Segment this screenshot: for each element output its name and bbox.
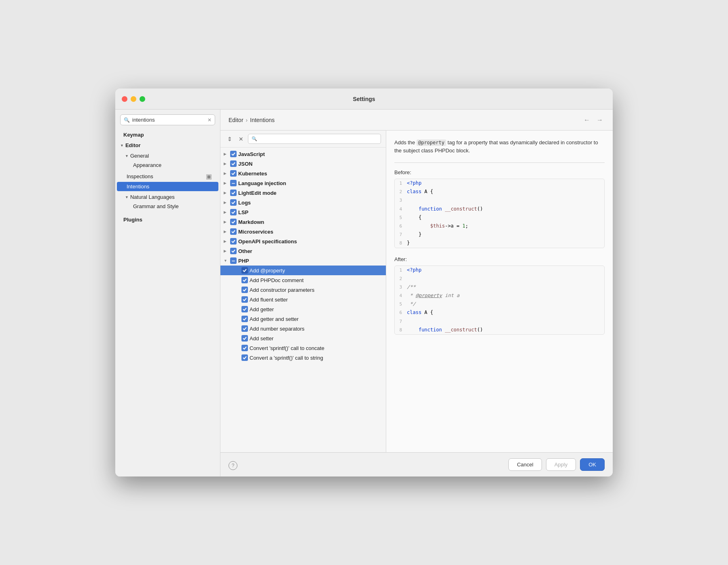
sidebar-item-intentions[interactable]: Intentions [117, 182, 218, 191]
tree-item-add-getter[interactable]: ▶ Add getter [220, 304, 386, 314]
checkbox-other[interactable] [230, 248, 237, 254]
collapse-all-button[interactable]: ✕ [237, 135, 245, 143]
code-line: 8 function __construct() [395, 326, 604, 334]
sidebar-item-keymap[interactable]: Keymap [117, 130, 218, 139]
tree-item-label: Markdown [238, 219, 264, 225]
checkbox-lightedit[interactable] [230, 190, 237, 196]
tree-search-box[interactable]: 🔍 [248, 134, 381, 144]
tree-item-lightedit[interactable]: ▶ LightEdit mode [220, 188, 386, 198]
tree-item-label: Add setter [250, 335, 273, 342]
nav-back-button[interactable]: ← [582, 116, 592, 124]
tree-item-other[interactable]: ▶ Other [220, 246, 386, 256]
tree-item-add-fluent-setter[interactable]: ▶ Add fluent setter [220, 295, 386, 304]
tree-item-openapi[interactable]: ▶ OpenAPI specifications [220, 236, 386, 246]
clear-icon[interactable]: ✕ [207, 117, 212, 123]
tree-search-input[interactable] [259, 136, 377, 142]
footer: ? Cancel Apply OK [220, 452, 613, 476]
chevron-right-icon: ▶ [224, 191, 229, 195]
chevron-right-icon: ▶ [224, 181, 229, 185]
checkbox-openapi[interactable] [230, 238, 237, 245]
tree-item-label: Language injection [238, 180, 286, 186]
tree-item-add-phpdoc[interactable]: ▶ Add PHPDoc comment [220, 275, 386, 285]
breadcrumb: Editor › Intentions [229, 117, 275, 123]
checkbox-add-getter-setter[interactable] [241, 316, 248, 322]
tree-item-add-getter-setter[interactable]: ▶ Add getter and setter [220, 314, 386, 324]
chevron-down-icon: ▼ [224, 259, 229, 263]
tree-item-language-injection[interactable]: ▶ Language injection [220, 178, 386, 188]
checkbox-add-constructor-params[interactable] [241, 287, 248, 293]
checkbox-lsp[interactable] [230, 209, 237, 215]
sidebar-group-editor: ▼ Editor ▼ General Appearance Inspection… [115, 139, 220, 213]
tree-item-label: Microservices [238, 229, 273, 235]
before-label: Before: [394, 169, 605, 175]
tree-item-convert-sprintf-string[interactable]: ▶ Convert a 'sprintf()' call to string [220, 353, 386, 363]
code-line: 4 * @property int a [395, 291, 604, 300]
tree-item-kubernetes[interactable]: ▶ Kubernetes [220, 169, 386, 178]
ok-button[interactable]: OK [580, 458, 605, 471]
checkbox-add-number-sep[interactable] [241, 325, 248, 332]
checkbox-javascript[interactable] [230, 151, 237, 157]
tree-item-label: Add fluent setter [250, 297, 288, 303]
window-controls [122, 96, 145, 102]
code-line: 6 class A { [395, 308, 604, 317]
sidebar-item-editor[interactable]: ▼ Editor [115, 141, 220, 150]
code-line: 6 $this->a = 1; [395, 222, 604, 230]
checkbox-language-injection[interactable] [230, 180, 237, 186]
sidebar-item-inspections[interactable]: Inspections ▣ [117, 171, 218, 182]
help-button[interactable]: ? [229, 461, 237, 470]
maximize-button[interactable] [140, 96, 145, 102]
content-area: 🔍 ✕ Keymap ▼ Editor ▼ General [115, 110, 613, 476]
cancel-button[interactable]: Cancel [508, 458, 542, 471]
checkbox-convert-sprintf-concat[interactable] [241, 345, 248, 351]
tree-item-add-property[interactable]: ▶ Add @property [220, 266, 386, 275]
checkbox-kubernetes[interactable] [230, 170, 237, 177]
expand-all-button[interactable]: ⇕ [225, 135, 234, 143]
code-line: 5 { [395, 213, 604, 222]
chevron-right-icon: ▶ [224, 249, 229, 253]
checkbox-json[interactable] [230, 160, 237, 167]
chevron-right-icon: ▶ [224, 162, 229, 166]
tree-item-microservices[interactable]: ▶ Microservices [220, 227, 386, 236]
checkbox-add-getter[interactable] [241, 306, 248, 312]
sidebar-item-natural-languages[interactable]: ▼ Natural Languages [115, 192, 220, 202]
nav-forward-button[interactable]: → [595, 116, 605, 124]
minimize-button[interactable] [131, 96, 136, 102]
tree-item-javascript[interactable]: ▶ JavaScript [220, 149, 386, 159]
tree-item-label: Convert 'sprintf()' call to concate [250, 345, 324, 351]
tree-list: ▶ JavaScript ▶ JSON [220, 148, 386, 452]
tree-item-lsp[interactable]: ▶ LSP [220, 207, 386, 217]
checkbox-microservices[interactable] [230, 228, 237, 235]
tree-item-php[interactable]: ▼ PHP [220, 256, 386, 266]
preview-description: Adds the @property tag for a property th… [394, 139, 605, 154]
chevron-right-icon: ▶ [224, 239, 229, 243]
sidebar-search-box[interactable]: 🔍 ✕ [120, 114, 215, 125]
checkbox-php[interactable] [230, 257, 237, 264]
checkbox-add-property[interactable] [241, 267, 248, 274]
tree-item-add-constructor-params[interactable]: ▶ Add constructor parameters [220, 285, 386, 295]
apply-button[interactable]: Apply [546, 458, 576, 471]
tree-item-json[interactable]: ▶ JSON [220, 159, 386, 169]
sidebar-item-grammar-style[interactable]: Grammar and Style [117, 202, 218, 211]
tree-item-convert-sprintf-concat[interactable]: ▶ Convert 'sprintf()' call to concate [220, 343, 386, 353]
tree-item-add-number-sep[interactable]: ▶ Add number separators [220, 324, 386, 333]
tree-item-add-setter[interactable]: ▶ Add setter [220, 333, 386, 343]
checkbox-convert-sprintf-string[interactable] [241, 354, 248, 361]
sidebar-item-appearance[interactable]: Appearance [117, 160, 218, 170]
tree-item-markdown[interactable]: ▶ Markdown [220, 217, 386, 227]
sidebar-search-input[interactable] [132, 117, 205, 123]
checkbox-add-fluent-setter[interactable] [241, 296, 248, 303]
checkbox-logs[interactable] [230, 199, 237, 206]
tree-item-label: Kubernetes [238, 171, 267, 177]
checkbox-add-setter[interactable] [241, 335, 248, 342]
close-button[interactable] [122, 96, 127, 102]
checkbox-markdown[interactable] [230, 219, 237, 225]
window-title: Settings [353, 96, 375, 102]
tree-item-logs[interactable]: ▶ Logs [220, 198, 386, 207]
checkbox-add-phpdoc[interactable] [241, 277, 248, 283]
panel-header: Editor › Intentions ← → [220, 110, 613, 131]
sidebar-item-plugins[interactable]: Plugins [117, 215, 218, 224]
after-code-block: 1 <?php 2 3 /** 4 * @ [394, 266, 605, 335]
panel-nav: ← → [582, 116, 605, 124]
tree-search-icon: 🔍 [252, 136, 257, 141]
sidebar-item-general[interactable]: ▼ General [115, 151, 220, 160]
